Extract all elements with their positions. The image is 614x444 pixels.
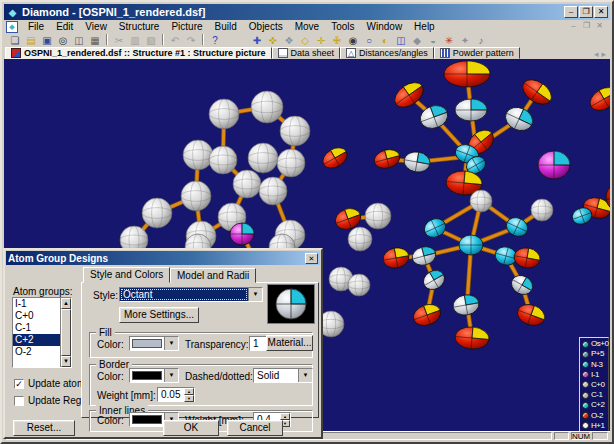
copy-icon[interactable]: ▥ [127,34,143,47]
tab-model-and-radii[interactable]: Model and Radii [170,268,256,283]
toolbar-tools-group: ✚✜❖◇✛✙◉○◐◫◆◒✳✦♪ [249,34,489,47]
title-bar[interactable]: ◆ Diamond - [OSPNI_1_rendered.dsf] – ❐ ✕ [4,4,610,20]
star-icon[interactable]: ✦ [457,34,473,47]
listbox-scrollbar[interactable]: ▲ ▼ [60,298,71,367]
toolbar-file-group: ❏▤▣◎◫▦✂▥▧↶↷? [7,34,223,47]
menu-move[interactable]: Move [289,21,325,32]
tab-scroll-left-icon[interactable]: ◂ [594,49,599,59]
border-weight-spinner[interactable]: 0.05 ▲▼ [157,387,195,402]
num-lock-indicator: NUM [571,432,590,440]
update-registry-checkbox[interactable] [14,396,24,406]
cut-icon[interactable]: ✂ [111,34,127,47]
menu-picture[interactable]: Picture [165,21,208,32]
atom-group-item-i-1[interactable]: I-1 [13,298,60,310]
focus-atom-icon[interactable]: ◉ [345,34,361,47]
dashed-dotted-dropdown[interactable]: Solid ▼ [253,368,313,383]
border-color-label: Color: [97,371,124,382]
mdi-minimize-button[interactable]: – [567,21,580,32]
menu-help[interactable]: Help [408,21,441,32]
document-icon[interactable]: ◆ [6,21,18,33]
menu-structure[interactable]: Structure [113,21,166,32]
scroll-up-icon[interactable]: ▲ [61,298,71,309]
app-icon: ◆ [6,6,19,19]
update-atoms-checkbox[interactable]: ✓ [14,379,24,389]
legend-label: N-3 [591,361,602,369]
new-file-icon[interactable]: ❏ [7,34,23,47]
find-icon[interactable]: ◎ [55,34,71,47]
undo-icon[interactable]: ↶ [167,34,183,47]
mdi-restore-button[interactable]: ❐ [580,21,593,32]
paste-icon[interactable]: ▧ [143,34,159,47]
molecule-cluster-icon[interactable]: ✛ [313,34,329,47]
menu-view[interactable]: View [79,21,113,32]
border-color-dropdown[interactable]: ▼ [129,368,179,383]
material-button[interactable]: Material... [266,335,313,351]
close-button[interactable]: ✕ [594,6,608,18]
menu-tools[interactable]: Tools [325,21,360,32]
print-icon[interactable]: ▦ [87,34,103,47]
tab-distances-angles[interactable]: △Distances/angles [340,47,434,59]
chevron-down-icon[interactable]: ▼ [164,369,178,382]
polyhedra-icon[interactable]: ◇ [297,34,313,47]
tab-scroll-right-icon[interactable]: ▸ [601,49,606,59]
fill-mode-icon[interactable]: ◐ [377,34,393,47]
help-icon[interactable]: ? [207,34,223,47]
create-structure-icon[interactable]: ✚ [249,34,265,47]
legend-label: C-1 [591,391,602,399]
menu-window[interactable]: Window [361,21,409,32]
menu-build[interactable]: Build [209,21,243,32]
reset-button[interactable]: Reset... [13,420,75,436]
menu-objects[interactable]: Objects [243,21,289,32]
atom-groups-listbox[interactable]: I-1C+0C-1C+2O-2 ▲ ▼ [12,297,72,368]
rhomb-icon[interactable]: ◆ [409,34,425,47]
connectivity-icon[interactable]: ❖ [281,34,297,47]
legend-label: I-1 [591,371,599,379]
print-preview-icon[interactable]: ◫ [71,34,87,47]
spin-up-icon[interactable]: ▲ [184,388,194,395]
spin-down-icon[interactable]: ▼ [184,395,194,402]
plane-icon[interactable]: ◒ [425,34,441,47]
tab-label: Data sheet [291,48,335,58]
dialog-close-icon[interactable]: ✕ [305,253,318,264]
tab-data-sheet[interactable]: Data sheet [272,47,341,59]
open-file-icon[interactable]: ▤ [23,34,39,47]
dialog-title: Atom Group Designs [8,253,305,264]
tab-powder-pattern[interactable]: Powder pattern [434,47,520,59]
document-tab-bar: OSPNI_1_rendered.dsf :: Structure #1 : S… [4,47,610,59]
save-icon[interactable]: ▣ [39,34,55,47]
restore-button[interactable]: ❐ [579,6,593,18]
ring-icon[interactable]: ○ [361,34,377,47]
pack-cell-icon[interactable]: ✜ [265,34,281,47]
scroll-down-icon[interactable]: ▼ [61,356,71,367]
menu-edit[interactable]: Edit [50,21,79,32]
add-atom-icon[interactable]: ✙ [329,34,345,47]
dialog-title-bar[interactable]: Atom Group Designs ✕ [6,251,320,265]
chevron-down-icon[interactable]: ▼ [248,288,262,301]
atom-group-item-o-2[interactable]: O-2 [13,346,60,358]
more-settings-button[interactable]: More Settings... [119,307,199,323]
redo-icon[interactable]: ↷ [183,34,199,47]
fill-color-dropdown[interactable]: ▼ [129,336,179,351]
vibration-icon[interactable]: ♪ [473,34,489,47]
ok-button[interactable]: OK [163,420,219,436]
atom-groups-label: Atom groups: [13,286,72,297]
legend-label: C+2 [591,401,604,409]
structure-picture-icon [11,48,21,58]
atom-group-item-c-2[interactable]: C+2 [13,334,60,346]
inner-color-swatch [132,415,162,424]
scroll-thumb[interactable] [61,309,71,356]
cancel-button[interactable]: Cancel [227,420,283,436]
style-dropdown[interactable]: Octant ▼ [119,287,263,302]
atom-group-item-c-0[interactable]: C+0 [13,310,60,322]
chevron-down-icon[interactable]: ▼ [298,369,312,382]
spin-up-icon[interactable]: ▲ [280,413,290,420]
mdi-close-button[interactable]: ✕ [593,21,606,32]
chevron-down-icon[interactable]: ▼ [164,337,178,350]
tab-style-and-colors[interactable]: Style and Colors [83,267,170,283]
minimize-button[interactable]: – [564,6,578,18]
menu-file[interactable]: File [22,21,50,32]
spider-web-icon[interactable]: ✳ [441,34,457,47]
tab-ospni-1-rendered-dsf-stru[interactable]: OSPNI_1_rendered.dsf :: Structure #1 : S… [5,47,272,59]
unit-cell-icon[interactable]: ◫ [393,34,409,47]
atom-group-item-c-1[interactable]: C-1 [13,322,60,334]
